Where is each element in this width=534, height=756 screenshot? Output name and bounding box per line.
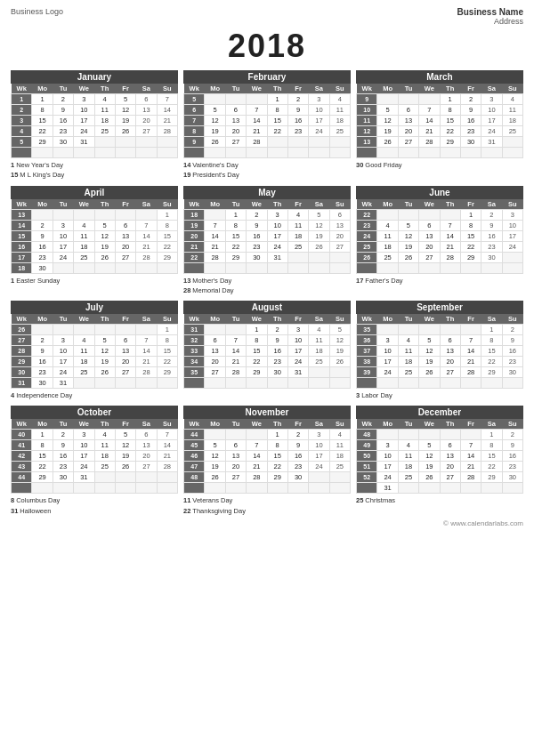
month-block-june: JuneWkMoTuWeThFrSaSu22123234567891024111… xyxy=(356,186,523,296)
cal-day: 21 xyxy=(247,462,267,472)
day-header-th: Th xyxy=(267,84,287,94)
cal-day xyxy=(205,262,225,273)
cal-day: 30 xyxy=(32,262,53,273)
cal-day: 23 xyxy=(481,241,502,252)
day-header-wk: Wk xyxy=(184,199,205,210)
week-number: 5 xyxy=(184,94,205,105)
week-number xyxy=(184,378,205,389)
cal-day xyxy=(225,262,246,273)
cal-day xyxy=(502,252,522,262)
cal-day: 30 xyxy=(502,367,522,378)
week-number: 27 xyxy=(12,335,32,346)
cal-day: 14 xyxy=(460,346,481,357)
cal-day: 12 xyxy=(205,116,225,126)
day-header-sa: Sa xyxy=(309,84,329,94)
cal-day: 27 xyxy=(398,137,418,148)
cal-day: 3 xyxy=(309,430,329,440)
holiday-day: 31 xyxy=(11,507,18,515)
cal-table: WkMoTuWeThFrSaSu441234455678910114612131… xyxy=(183,419,351,494)
cal-day: 25 xyxy=(502,126,522,137)
week-number: 7 xyxy=(184,116,205,126)
cal-day: 15 xyxy=(157,230,177,241)
day-header-tu: Tu xyxy=(53,314,73,325)
holiday-item: 1Easter Sunday xyxy=(11,276,178,286)
cal-day: 30 xyxy=(53,472,73,483)
week-number: 23 xyxy=(357,220,377,230)
day-header-tu: Tu xyxy=(53,419,73,430)
cal-day xyxy=(136,472,157,483)
week-number: 25 xyxy=(357,241,377,252)
cal-day: 2 xyxy=(502,325,522,335)
day-header-sa: Sa xyxy=(481,84,502,94)
cal-day: 6 xyxy=(115,335,135,346)
cal-day: 14 xyxy=(440,230,460,241)
holiday-day: 11 xyxy=(183,496,190,504)
page: Business Logo Business Name Address 2018… xyxy=(0,0,534,536)
week-number: 6 xyxy=(184,105,205,116)
cal-day: 3 xyxy=(53,335,73,346)
cal-day: 28 xyxy=(157,462,177,472)
cal-day: 25 xyxy=(287,241,308,252)
cal-day: 31 xyxy=(287,367,308,378)
holiday-name: Father's Day xyxy=(365,277,402,285)
cal-day: 14 xyxy=(136,230,157,241)
cal-day: 11 xyxy=(398,451,418,462)
cal-day: 18 xyxy=(502,116,522,126)
cal-day xyxy=(247,262,267,273)
day-header-sa: Sa xyxy=(481,314,502,325)
day-header-mo: Mo xyxy=(205,314,225,325)
holidays: 30Good Friday xyxy=(356,160,523,170)
cal-day: 22 xyxy=(32,462,53,472)
cal-day: 6 xyxy=(205,335,225,346)
cal-day: 19 xyxy=(398,241,418,252)
day-header-th: Th xyxy=(440,419,460,430)
cal-day: 28 xyxy=(136,252,157,262)
cal-day xyxy=(225,430,246,440)
cal-day xyxy=(53,148,73,158)
day-header-su: Su xyxy=(157,84,177,94)
week-number: 26 xyxy=(12,325,32,335)
cal-day: 21 xyxy=(136,357,157,367)
cal-day xyxy=(94,378,115,389)
cal-table: WkMoTuWeThFrSaSu912341056789101111121314… xyxy=(356,84,523,158)
cal-day xyxy=(419,209,440,220)
cal-day: 27 xyxy=(329,241,350,252)
week-number: 13 xyxy=(12,209,32,220)
week-number: 41 xyxy=(12,440,32,451)
cal-day xyxy=(398,148,418,158)
cal-day xyxy=(94,325,115,335)
cal-day: 21 xyxy=(157,116,177,126)
cal-day: 19 xyxy=(419,357,440,367)
holidays: 4Independence Day xyxy=(11,390,178,400)
cal-day: 8 xyxy=(247,335,267,346)
holiday-item: 3Labor Day xyxy=(356,390,523,400)
cal-day: 24 xyxy=(377,367,398,378)
months-grid: JanuaryWkMoTuWeThFrSaSu11234567289101112… xyxy=(11,70,523,516)
week-number: 30 xyxy=(12,367,32,378)
holidays: 25Christmas xyxy=(356,495,523,505)
cal-day: 19 xyxy=(329,346,350,357)
business-info: Business Name Address xyxy=(457,7,523,26)
cal-day: 14 xyxy=(225,346,246,357)
cal-day: 13 xyxy=(136,105,157,116)
cal-day xyxy=(481,262,502,273)
day-header-fr: Fr xyxy=(115,419,135,430)
week-number: 39 xyxy=(357,367,377,378)
cal-day: 12 xyxy=(419,346,440,357)
cal-day: 10 xyxy=(53,346,73,357)
cal-day: 29 xyxy=(32,137,53,148)
week-number: 9 xyxy=(357,94,377,105)
cal-day: 27 xyxy=(225,472,246,483)
cal-day: 13 xyxy=(225,451,246,462)
cal-day xyxy=(157,148,177,158)
holiday-day: 30 xyxy=(356,161,363,169)
day-header-fr: Fr xyxy=(287,314,308,325)
cal-day xyxy=(115,137,135,148)
month-header: August xyxy=(183,301,351,314)
week-number: 22 xyxy=(184,252,205,262)
cal-day xyxy=(94,209,115,220)
cal-day: 11 xyxy=(74,230,94,241)
week-number: 52 xyxy=(357,472,377,483)
day-header-th: Th xyxy=(267,419,287,430)
cal-day: 7 xyxy=(460,440,481,451)
